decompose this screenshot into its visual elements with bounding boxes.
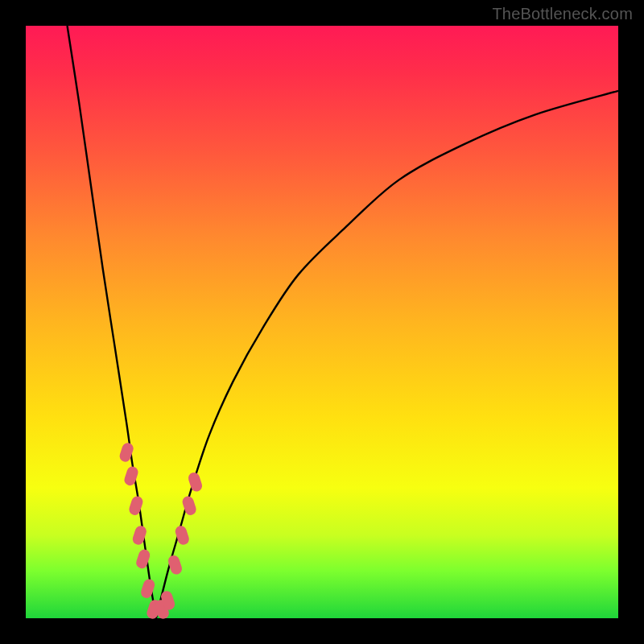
data-marker [123, 465, 140, 487]
chart-frame: TheBottleneck.com [0, 0, 644, 644]
curve-right-branch [156, 91, 618, 618]
data-marker [134, 548, 151, 570]
data-marker [128, 495, 145, 517]
data-marker [167, 554, 184, 576]
data-marker [187, 471, 204, 493]
plot-area [26, 26, 618, 618]
watermark-text: TheBottleneck.com [492, 5, 633, 23]
curves-svg [26, 26, 618, 618]
marker-group [118, 441, 204, 620]
data-marker [139, 578, 156, 600]
